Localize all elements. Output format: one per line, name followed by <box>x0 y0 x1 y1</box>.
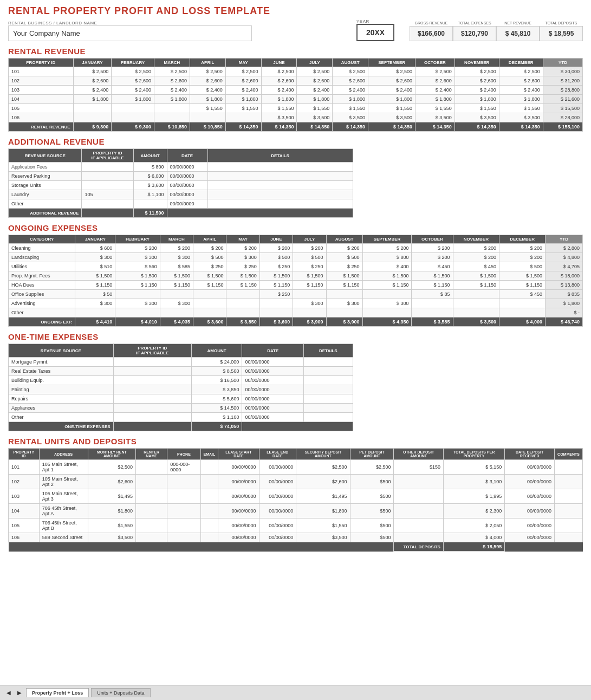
net-revenue-label: NET REVENUE <box>496 21 540 25</box>
table-row: 102$ 2,600$ 2,600$ 2,600$ 2,600$ 2,600$ … <box>9 76 583 86</box>
table-row: 101105 Main Street, Apt 1$2,500000-000-0… <box>9 460 583 475</box>
table-row: Mortgage Pymnt.$ 24,00000/00/0000 <box>9 358 353 367</box>
table-row: Reserved Parking$ 6,00000/00/0000 <box>9 172 353 181</box>
table-row: Application Fees$ 80000/00/0000 <box>9 163 353 172</box>
gross-revenue-label: GROSS REVENUE <box>410 21 453 25</box>
total-deposits-value: $ 18,595 <box>540 26 583 41</box>
table-row: Advertising$ 300$ 300$ 300$ 300$ 300$ 30… <box>9 299 583 308</box>
one-time-expenses-table: REVENUE SOURCEPROPERTY IDif applicableAM… <box>8 343 353 431</box>
rental-revenue-section-title: RENTAL REVENUE <box>8 47 583 56</box>
table-row: Office Supplies$ 50$ 250$ 85$ 450$ 835 <box>9 290 583 299</box>
table-row: HOA Dues$ 1,150$ 1,150$ 1,150$ 1,150$ 1,… <box>9 281 583 290</box>
main-title: RENTAL PROPERTY PROFIT AND LOSS TEMPLATE <box>8 5 583 17</box>
table-row: Painting$ 3,85000/00/0000 <box>9 385 353 394</box>
table-row: Repairs$ 5,60000/00/0000 <box>9 394 353 404</box>
total-deposits-footer-value: $ 18,595 <box>443 542 504 552</box>
table-row: Storage Units$ 3,60000/00/0000 <box>9 181 353 190</box>
company-name-input[interactable] <box>8 25 252 41</box>
table-row: Other00/00/0000 <box>9 199 353 209</box>
one-time-expenses-section-title: ONE-TIME EXPENSES <box>8 332 583 341</box>
gross-revenue-value: $166,600 <box>410 26 453 41</box>
table-row: 105706 45th Street, Apt B$1,55000/00/000… <box>9 518 583 533</box>
table-row: 106$ 3,500$ 3,500$ 3,500$ 3,500$ 3,500$ … <box>9 113 583 122</box>
total-deposits-footer-label: TOTAL DEPOSITS <box>394 542 444 552</box>
year-value: 20XX <box>356 24 394 41</box>
table-row: Prop. Mgmt. Fees$ 1,500$ 1,500$ 1,500$ 1… <box>9 271 583 281</box>
table-row: 104$ 1,800$ 1,800$ 1,800$ 1,800$ 1,800$ … <box>9 95 583 104</box>
table-row: Utilities$ 510$ 560$ 585$ 250$ 250$ 250$… <box>9 262 583 271</box>
ongoing-expenses-table: CATEGORYJANUARYFEBRUARYMARCHAPRILMAYJUNE… <box>8 235 583 327</box>
net-revenue-value: $ 45,810 <box>496 26 540 41</box>
table-row: Cleaning$ 600$ 200$ 200$ 200$ 200$ 200$ … <box>9 244 583 253</box>
year-label: YEAR <box>356 19 394 24</box>
ongoing-expenses-section-title: ONGOING EXPENSES <box>8 223 583 232</box>
table-row: Landscaping$ 300$ 300$ 300$ 500$ 300$ 50… <box>9 253 583 262</box>
sub-label: RENTAL BUSINESS / LANDLORD NAME <box>8 21 336 25</box>
table-row: 104706 45th Street, Apt A$1,80000/00/000… <box>9 504 583 518</box>
table-row: Building Equip.$ 16,50000/00/0000 <box>9 376 353 385</box>
additional-revenue-table: REVENUE SOURCEPROPERTY IDif applicableAM… <box>8 148 353 218</box>
table-row: 102105 Main Street, Apt 2$2,60000/00/000… <box>9 475 583 489</box>
table-row: Other$ 1,10000/00/0000 <box>9 413 353 422</box>
total-deposits-header-label: TOTAL DEPOSITS <box>540 21 583 25</box>
deposits-section-title: RENTAL UNITS AND DEPOSITS <box>8 437 583 446</box>
table-row: 101$ 2,500$ 2,500$ 2,500$ 2,500$ 2,500$ … <box>9 67 583 76</box>
additional-revenue-section-title: ADDITIONAL REVENUE <box>8 137 583 146</box>
table-row: Appliances$ 14,50000/00/0000 <box>9 404 353 413</box>
total-expenses-value: $120,790 <box>453 26 496 41</box>
deposits-table: PROPERTY IDADDRESSMONTHLY RENT AMOUNTREN… <box>8 448 583 552</box>
table-row: 106589 Second Street$3,50000/00/000000/0… <box>9 533 583 542</box>
table-row: 103105 Main Street, Apt 3$1,49500/00/000… <box>9 489 583 504</box>
total-expenses-label: TOTAL EXPENSES <box>453 21 496 25</box>
table-row: 105$ 1,550$ 1,550$ 1,550$ 1,550$ 1,550$ … <box>9 104 583 113</box>
rental-revenue-table: PROPERTY IDJANUARYFEBRUARYMARCHAPRILMAYJ… <box>8 58 583 132</box>
table-row: 103$ 2,400$ 2,400$ 2,400$ 2,400$ 2,400$ … <box>9 86 583 95</box>
table-row: Laundry105$ 1,10000/00/0000 <box>9 190 353 199</box>
table-row: Real Estate Taxes$ 8,50000/00/0000 <box>9 367 353 376</box>
table-row: Other$ - <box>9 308 583 317</box>
